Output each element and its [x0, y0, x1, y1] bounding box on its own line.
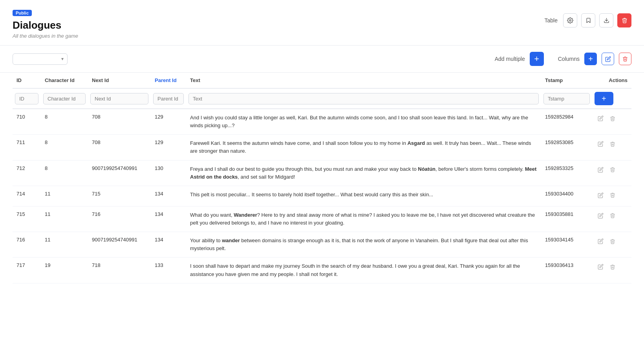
cell-text: And I wish you could stay a little longe… [186, 109, 541, 135]
trash-icon [610, 141, 615, 147]
cell-character-id: 11 [41, 186, 88, 206]
settings-button[interactable] [563, 13, 577, 27]
filter-row: + [13, 88, 631, 109]
cell-next-id: 708 [88, 135, 151, 160]
filter-charid-input[interactable] [43, 93, 86, 104]
header-left: Public Dialogues All the dialogues in th… [13, 9, 78, 39]
delete-button[interactable] [608, 191, 617, 201]
trash-icon [610, 264, 615, 270]
cell-tstamp: 1593034145 [541, 232, 592, 258]
columns-add-icon: + [588, 55, 593, 63]
cell-id: 711 [13, 135, 41, 160]
delete-button[interactable] [608, 140, 617, 150]
filter-select-wrapper[interactable] [13, 53, 68, 65]
columns-add-button[interactable]: + [584, 53, 597, 65]
cell-tstamp: 1593034400 [541, 186, 592, 206]
cell-text: What do you want, Wanderer? Here to try … [186, 206, 541, 232]
cell-actions [592, 186, 631, 206]
delete-button[interactable] [608, 165, 617, 175]
columns-edit-button[interactable] [602, 53, 614, 65]
edit-button[interactable] [596, 139, 605, 150]
col-header-actions: Actions [592, 73, 631, 88]
col-header-id: ID [13, 73, 41, 88]
cell-parent-id: 134 [151, 206, 186, 232]
bookmark-icon [585, 17, 591, 24]
edit-button[interactable] [596, 211, 605, 222]
edit-button[interactable] [596, 262, 605, 273]
cell-text: I soon shall have to depart and make my … [186, 258, 541, 283]
action-buttons [596, 114, 628, 124]
cell-id: 712 [13, 160, 41, 186]
action-buttons [596, 191, 628, 201]
edit-button[interactable] [596, 191, 605, 201]
header-trash-icon [622, 17, 628, 24]
cell-next-id: 708 [88, 109, 151, 135]
download-icon [604, 17, 609, 24]
edit-icon [598, 238, 604, 244]
cell-parent-id: 129 [151, 135, 186, 160]
add-multiple-button[interactable]: + [530, 52, 544, 66]
action-buttons [596, 211, 628, 222]
filter-charid-cell [41, 88, 88, 109]
columns-delete-button[interactable] [619, 53, 631, 65]
edit-icon [598, 192, 604, 198]
cell-parent-id: 134 [151, 186, 186, 206]
columns-label: Columns [558, 56, 580, 62]
add-row-button[interactable]: + [595, 92, 613, 105]
bookmark-button[interactable] [581, 13, 595, 27]
col-header-character-id: Character Id [41, 73, 88, 88]
col-header-parent-id: Parent Id [151, 73, 186, 88]
table-row: 7118708129Farewell Kari. It seems the au… [13, 135, 631, 160]
filter-parentid-input[interactable] [153, 93, 184, 104]
delete-button[interactable] [608, 114, 617, 124]
cell-actions [592, 232, 631, 258]
delete-button[interactable] [608, 237, 617, 247]
cell-character-id: 8 [41, 135, 88, 160]
cell-parent-id: 130 [151, 160, 186, 186]
cell-character-id: 11 [41, 206, 88, 232]
add-multiple-label: Add multiple [495, 56, 525, 62]
delete-button[interactable] [608, 263, 617, 273]
header-delete-button[interactable] [617, 13, 631, 27]
toolbar-right: Add multiple + Columns + [495, 52, 631, 66]
edit-button[interactable] [596, 237, 605, 247]
edit-button[interactable] [596, 114, 605, 124]
edit-icon [598, 115, 604, 121]
table-label: Table [545, 17, 558, 24]
edit-button[interactable] [596, 165, 605, 176]
filter-nextid-input[interactable] [90, 93, 148, 104]
trash-icon [610, 116, 615, 121]
cell-next-id: 715 [88, 186, 151, 206]
cell-actions [592, 160, 631, 186]
delete-button[interactable] [608, 211, 617, 221]
cell-character-id: 8 [41, 160, 88, 186]
cell-next-id: 9007199254740991 [88, 160, 151, 186]
gear-icon [567, 17, 573, 24]
cell-tstamp: 1593035881 [541, 206, 592, 232]
cell-text: Freya and I shall do our best to guide y… [186, 160, 541, 186]
plus-icon: + [534, 55, 539, 63]
cell-id: 710 [13, 109, 41, 135]
action-buttons [596, 165, 628, 176]
filter-text-input[interactable] [188, 93, 539, 104]
cell-character-id: 19 [41, 258, 88, 283]
header-right: Table [545, 13, 631, 27]
cell-id: 717 [13, 258, 41, 283]
col-header-next-id: Next Id [88, 73, 151, 88]
cell-actions [592, 258, 631, 283]
filter-tstamp-input[interactable] [543, 93, 590, 104]
table-row: 71719718133I soon shall have to depart a… [13, 258, 631, 283]
filter-select[interactable] [13, 53, 68, 65]
filter-tstamp-cell [541, 88, 592, 109]
cell-parent-id: 129 [151, 109, 186, 135]
trash-icon [610, 239, 615, 244]
public-badge: Public [13, 10, 32, 16]
cell-character-id: 11 [41, 232, 88, 258]
cell-parent-id: 134 [151, 232, 186, 258]
page-subtitle: All the dialogues in the game [13, 33, 78, 39]
download-button[interactable] [599, 13, 613, 27]
table-row: 71411715134This pelt is most peculiar...… [13, 186, 631, 206]
filter-id-input[interactable] [15, 93, 38, 104]
toolbar-left [13, 53, 68, 65]
columns-delete-icon [622, 56, 628, 62]
